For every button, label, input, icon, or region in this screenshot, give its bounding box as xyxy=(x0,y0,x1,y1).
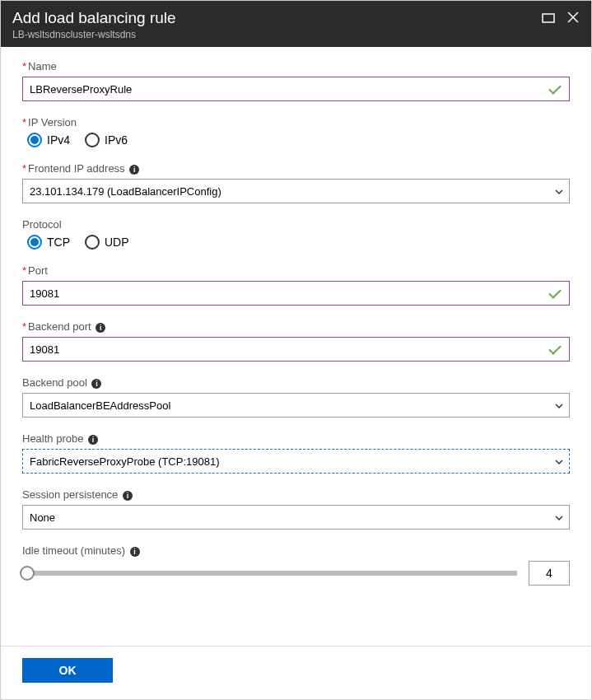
idle-timeout-label: Idle timeout (minutes) xyxy=(22,544,125,557)
radio-udp[interactable]: UDP xyxy=(85,235,129,250)
backend-port-label: Backend port xyxy=(28,320,91,333)
idle-timeout-slider[interactable] xyxy=(22,571,517,576)
maximize-icon[interactable] xyxy=(542,11,555,27)
field-session-persistence: Session persistence i None xyxy=(22,488,570,530)
health-probe-select[interactable]: FabricReverseProxyProbe (TCP:19081) xyxy=(22,449,570,474)
ok-button[interactable]: OK xyxy=(22,658,113,683)
idle-timeout-value[interactable]: 4 xyxy=(529,561,570,586)
panel-header: Add load balancing rule LB-wsltsdnsclust… xyxy=(1,1,591,47)
field-backend-pool: Backend pool i LoadBalancerBEAddressPool xyxy=(22,376,570,418)
frontend-ip-label: Frontend IP address xyxy=(28,162,125,175)
field-backend-port: *Backend port i 19081 xyxy=(22,320,570,362)
health-probe-label: Health probe xyxy=(22,432,83,445)
radio-ipv4[interactable]: IPv4 xyxy=(27,133,70,147)
backend-port-input[interactable]: 19081 xyxy=(22,337,570,362)
chevron-down-icon xyxy=(554,513,562,521)
port-label: Port xyxy=(28,264,48,277)
panel-title: Add load balancing rule xyxy=(12,9,542,27)
info-icon[interactable]: i xyxy=(123,491,133,501)
panel-subtitle: LB-wsltsdnscluster-wsltsdns xyxy=(12,29,542,40)
port-input[interactable]: 19081 xyxy=(22,281,570,306)
field-protocol: Protocol TCP UDP xyxy=(22,218,570,250)
info-icon[interactable]: i xyxy=(129,165,139,175)
field-port: *Port 19081 xyxy=(22,264,570,306)
field-name: *Name LBReverseProxyRule xyxy=(22,60,570,101)
info-icon[interactable]: i xyxy=(88,435,98,445)
close-icon[interactable] xyxy=(566,11,580,27)
chevron-down-icon xyxy=(554,187,562,195)
frontend-ip-select[interactable]: 23.101.134.179 (LoadBalancerIPConfig) xyxy=(22,179,570,203)
form-scroll-area[interactable]: *Name LBReverseProxyRule *IP Version IPv… xyxy=(1,47,591,646)
chevron-down-icon xyxy=(554,401,562,409)
name-input[interactable]: LBReverseProxyRule xyxy=(22,77,570,101)
backend-pool-label: Backend pool xyxy=(22,376,87,389)
ip-version-label: IP Version xyxy=(28,116,77,128)
name-label: Name xyxy=(28,60,57,72)
field-idle-timeout: Idle timeout (minutes) i 4 xyxy=(22,544,570,586)
chevron-down-icon xyxy=(554,457,562,465)
info-icon[interactable]: i xyxy=(96,323,105,333)
field-health-probe: Health probe i FabricReverseProxyProbe (… xyxy=(22,432,570,474)
info-icon[interactable]: i xyxy=(130,547,140,557)
backend-pool-select[interactable]: LoadBalancerBEAddressPool xyxy=(22,393,570,418)
session-persistence-select[interactable]: None xyxy=(22,505,570,530)
session-persistence-label: Session persistence xyxy=(22,488,118,501)
protocol-label: Protocol xyxy=(22,218,570,231)
field-frontend-ip: *Frontend IP address i 23.101.134.179 (L… xyxy=(22,162,570,203)
slider-thumb[interactable] xyxy=(20,566,35,581)
info-icon[interactable]: i xyxy=(91,379,101,389)
panel-footer: OK xyxy=(1,646,591,699)
svg-rect-0 xyxy=(543,14,554,22)
radio-tcp[interactable]: TCP xyxy=(27,235,70,250)
field-ip-version: *IP Version IPv4 IPv6 xyxy=(22,116,570,147)
radio-ipv6[interactable]: IPv6 xyxy=(85,133,128,147)
